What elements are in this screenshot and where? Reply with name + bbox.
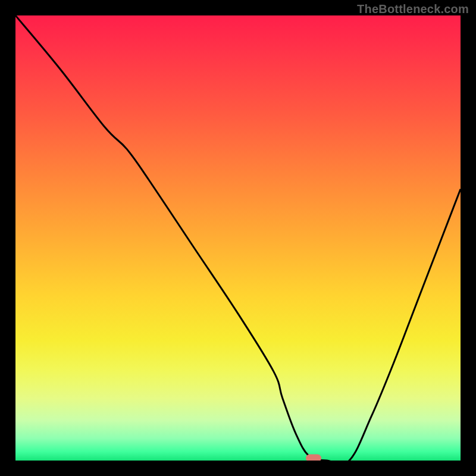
y-axis bbox=[0, 0, 15, 476]
plot-area bbox=[15, 15, 461, 461]
x-axis bbox=[0, 461, 476, 476]
frame-border-right bbox=[461, 0, 476, 476]
bottleneck-curve bbox=[15, 15, 461, 461]
chart-frame: TheBottleneck.com bbox=[0, 0, 476, 476]
curve-path bbox=[15, 15, 461, 461]
bottleneck-marker bbox=[306, 455, 321, 461]
watermark-label: TheBottleneck.com bbox=[357, 2, 469, 16]
